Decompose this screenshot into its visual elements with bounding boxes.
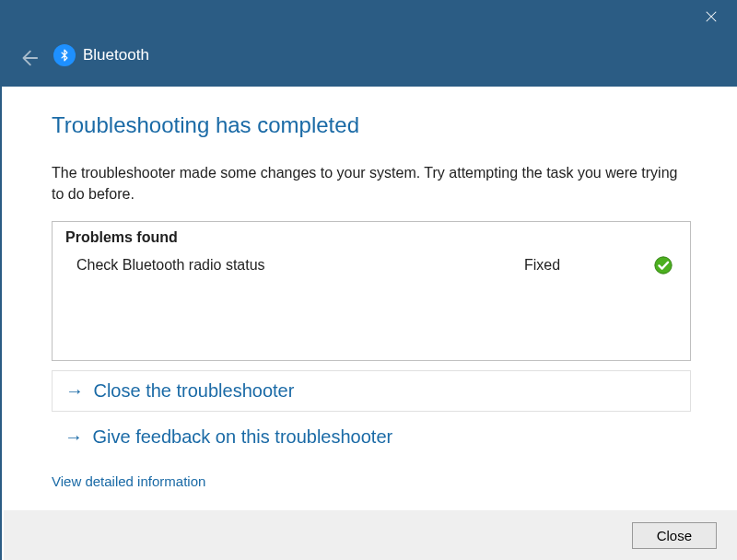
footer-bar: Close — [4, 510, 737, 560]
problems-found-header: Problems found — [65, 229, 677, 246]
bluetooth-icon — [53, 44, 76, 66]
close-troubleshooter-link[interactable]: → Close the troubleshooter — [52, 370, 691, 412]
give-feedback-label: Give feedback on this troubleshooter — [92, 426, 392, 447]
give-feedback-link[interactable]: → Give feedback on this troubleshooter — [52, 417, 691, 457]
problems-found-box: Problems found Check Bluetooth radio sta… — [52, 221, 691, 361]
window-close-button[interactable] — [700, 7, 722, 29]
back-arrow-icon — [18, 48, 39, 73]
problem-name: Check Bluetooth radio status — [69, 257, 524, 274]
titlebar: Bluetooth — [2, 0, 737, 87]
arrow-right-icon: → — [64, 426, 83, 447]
window-title: Bluetooth — [83, 46, 149, 64]
close-button[interactable]: Close — [632, 522, 717, 549]
content-area: Troubleshooting has completed The troubl… — [2, 87, 737, 490]
page-heading: Troubleshooting has completed — [52, 112, 691, 138]
svg-point-0 — [655, 257, 672, 274]
problem-row: Check Bluetooth radio status Fixed — [65, 255, 677, 275]
arrow-right-icon: → — [65, 380, 84, 401]
problem-status: Fixed — [524, 257, 653, 274]
check-icon — [653, 255, 673, 275]
view-detailed-link[interactable]: View detailed information — [52, 473, 205, 489]
close-troubleshooter-label: Close the troubleshooter — [93, 380, 294, 401]
page-description: The troubleshooter made some changes to … — [52, 162, 691, 204]
